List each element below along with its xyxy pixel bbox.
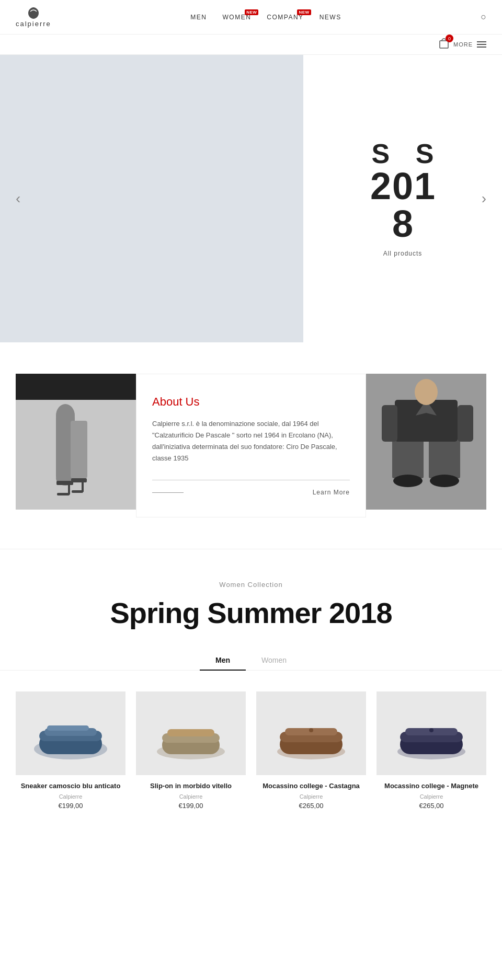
svg-rect-15 (429, 436, 460, 478)
product-brand-3: Calpierre (256, 793, 366, 800)
hero-char-s1: S (370, 140, 391, 167)
nav-label-news: NEWS (320, 14, 341, 21)
hero-all-products[interactable]: All products (383, 250, 423, 257)
about-divider-line (152, 492, 184, 493)
product-price-4: €265,00 (376, 802, 486, 810)
about-image-woman (16, 374, 136, 510)
nav-item-news[interactable]: NEWS (320, 14, 341, 21)
more-bar: 0 MORE (0, 34, 502, 55)
hamburger-icon[interactable] (477, 41, 486, 48)
product-card-1[interactable]: Sneaker camoscio blu anticato Calpierre … (16, 691, 126, 809)
collection-section: Women Collection Spring Summer 2018 Men … (0, 549, 502, 851)
company-badge: NEW (297, 9, 311, 15)
nav-item-men[interactable]: MEN (190, 14, 207, 21)
about-footer: Learn More (152, 480, 350, 496)
product-card-4[interactable]: Mocassino college - Magnete Calpierre €2… (376, 691, 486, 809)
nav-item-company[interactable]: COMPANY NEW (267, 14, 303, 21)
hero-char-1: 1 (414, 167, 435, 205)
tab-men[interactable]: Men (200, 651, 246, 671)
svg-point-21 (415, 379, 438, 405)
woman-legs-illustration (16, 374, 136, 510)
header-icons: ○ (481, 11, 486, 22)
product-img-moc-castagna (256, 691, 366, 775)
svg-rect-29 (47, 725, 89, 731)
nav-item-women[interactable]: WOMEN NEW (223, 14, 252, 21)
user-icon[interactable]: ○ (481, 11, 486, 22)
svg-rect-8 (71, 421, 87, 478)
hero-next-button[interactable]: › (476, 185, 492, 212)
hero-char-8: 8 (392, 205, 413, 243)
hero-char-2: 2 (370, 167, 391, 205)
women-badge: NEW (245, 9, 258, 15)
svg-rect-11 (72, 490, 83, 493)
cart-count: 0 (446, 34, 453, 42)
man-seated-illustration (366, 374, 486, 510)
hero-char-s2: S (414, 140, 435, 167)
logo[interactable]: calpierre (16, 6, 51, 28)
hero-prev-button[interactable]: ‹ (10, 185, 26, 212)
collection-title: Spring Summer 2018 (0, 596, 502, 630)
logo-text: calpierre (16, 20, 51, 28)
product-name-1: Sneaker camoscio blu anticato (16, 781, 126, 791)
product-image-2 (136, 691, 246, 775)
product-brand-1: Calpierre (16, 793, 126, 800)
cart-wrapper[interactable]: 0 (439, 38, 449, 51)
product-img-slipon (136, 691, 246, 775)
svg-point-40 (309, 728, 313, 732)
svg-rect-23 (458, 405, 473, 442)
tab-women[interactable]: Women (246, 651, 302, 671)
product-image-4 (376, 691, 486, 775)
collection-label: Women Collection (0, 581, 502, 589)
hero-char-0: 0 (392, 167, 413, 205)
product-name-4: Mocassino college - Magnete (376, 781, 486, 791)
product-img-sneaker-blue (16, 691, 126, 775)
product-image-1 (16, 691, 126, 775)
hero-slider: ‹ S S 2 0 1 8 All products › (0, 55, 502, 342)
learn-more-link[interactable]: Learn More (313, 489, 350, 496)
product-img-moc-magnete (376, 691, 486, 775)
product-brand-2: Calpierre (136, 793, 246, 800)
svg-point-16 (393, 475, 423, 487)
about-text: Calpierre s.r.l. è la denominazione soci… (152, 418, 350, 464)
product-card-2[interactable]: Slip-on in morbido vitello Calpierre €19… (136, 691, 246, 809)
about-card: About Us Calpierre s.r.l. è la denominaz… (136, 374, 366, 517)
svg-point-17 (430, 475, 459, 487)
product-name-3: Mocassino college - Castagna (256, 781, 366, 791)
product-price-2: €199,00 (136, 802, 246, 810)
svg-rect-7 (57, 493, 70, 495)
svg-rect-14 (392, 436, 424, 478)
more-label[interactable]: MORE (453, 41, 473, 48)
svg-rect-12 (16, 374, 136, 400)
about-image-man (366, 374, 486, 510)
svg-rect-34 (167, 729, 214, 736)
product-card-3[interactable]: Mocassino college - Castagna Calpierre €… (256, 691, 366, 809)
svg-point-46 (429, 728, 433, 732)
product-image-3 (256, 691, 366, 775)
product-grid: Sneaker camoscio blu anticato Calpierre … (0, 691, 502, 830)
svg-rect-5 (56, 481, 73, 485)
product-brand-4: Calpierre (376, 793, 486, 800)
nav-label-men: MEN (190, 14, 207, 21)
collection-tabs: Men Women (0, 651, 502, 671)
product-name-2: Slip-on in morbido vitello (136, 781, 246, 791)
product-price-1: €199,00 (16, 802, 126, 810)
about-title: About Us (152, 395, 350, 409)
svg-rect-0 (440, 41, 448, 48)
header: calpierre MEN WOMEN NEW COMPANY NEW NEWS… (0, 0, 502, 34)
product-price-3: €265,00 (256, 802, 366, 810)
hero-content: S S 2 0 1 8 All products (303, 55, 502, 342)
main-nav: MEN WOMEN NEW COMPANY NEW NEWS (190, 14, 341, 21)
about-section: About Us Calpierre s.r.l. è la denominaz… (16, 374, 486, 517)
logo-icon (24, 6, 43, 20)
svg-rect-22 (382, 405, 397, 442)
hero-year-grid: S S 2 0 1 8 (370, 140, 435, 243)
svg-rect-9 (71, 478, 87, 482)
